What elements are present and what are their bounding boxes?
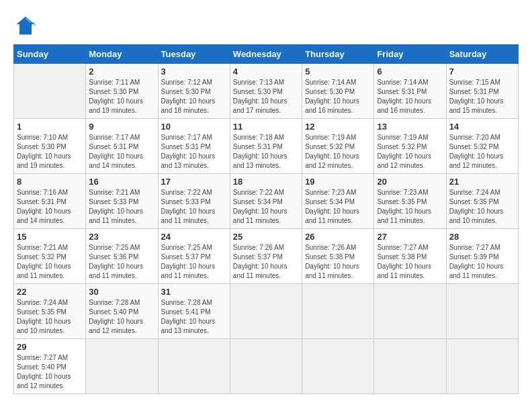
day-info: Sunrise: 7:22 AMSunset: 5:33 PMDaylight:… — [161, 189, 216, 224]
day-number: 15 — [17, 232, 83, 242]
logo-icon — [13, 13, 38, 38]
calendar-cell: 21 Sunrise: 7:24 AMSunset: 5:35 PMDaylig… — [446, 174, 518, 229]
calendar-cell: 4 Sunrise: 7:13 AMSunset: 5:30 PMDayligh… — [230, 64, 302, 119]
header — [13, 13, 519, 38]
day-info: Sunrise: 7:25 AMSunset: 5:37 PMDaylight:… — [161, 244, 216, 279]
calendar-cell — [374, 284, 446, 339]
calendar-week-row: 22 Sunrise: 7:24 AMSunset: 5:35 PMDaylig… — [14, 284, 519, 339]
day-info: Sunrise: 7:20 AMSunset: 5:32 PMDaylight:… — [449, 134, 504, 169]
calendar-cell: 27 Sunrise: 7:27 AMSunset: 5:38 PMDaylig… — [374, 229, 446, 284]
day-number: 13 — [377, 122, 443, 132]
day-number: 9 — [89, 122, 154, 132]
day-info: Sunrise: 7:21 AMSunset: 5:33 PMDaylight:… — [89, 189, 143, 224]
calendar-cell: 10 Sunrise: 7:17 AMSunset: 5:31 PMDaylig… — [158, 119, 230, 174]
calendar-table: SundayMondayTuesdayWednesdayThursdayFrid… — [13, 44, 519, 394]
day-info: Sunrise: 7:24 AMSunset: 5:35 PMDaylight:… — [17, 299, 71, 334]
calendar-cell: 20 Sunrise: 7:23 AMSunset: 5:35 PMDaylig… — [374, 174, 446, 229]
day-number: 12 — [305, 122, 371, 132]
calendar-cell: 9 Sunrise: 7:17 AMSunset: 5:31 PMDayligh… — [86, 119, 158, 174]
day-info: Sunrise: 7:14 AMSunset: 5:31 PMDaylight:… — [377, 79, 431, 114]
day-number: 6 — [377, 66, 443, 77]
day-number: 22 — [17, 287, 83, 297]
calendar-cell — [230, 284, 302, 339]
day-info: Sunrise: 7:13 AMSunset: 5:30 PMDaylight:… — [233, 79, 287, 114]
day-number: 14 — [449, 122, 515, 132]
calendar-cell: 18 Sunrise: 7:22 AMSunset: 5:34 PMDaylig… — [230, 174, 302, 229]
calendar-cell: 15 Sunrise: 7:21 AMSunset: 5:32 PMDaylig… — [14, 229, 86, 284]
day-number: 24 — [161, 232, 227, 242]
day-number: 23 — [89, 232, 154, 242]
day-info: Sunrise: 7:26 AMSunset: 5:38 PMDaylight:… — [305, 244, 359, 279]
calendar-cell: 13 Sunrise: 7:19 AMSunset: 5:32 PMDaylig… — [374, 119, 446, 174]
day-info: Sunrise: 7:21 AMSunset: 5:32 PMDaylight:… — [17, 244, 71, 279]
calendar-cell: 16 Sunrise: 7:21 AMSunset: 5:33 PMDaylig… — [86, 174, 158, 229]
day-number: 7 — [449, 66, 515, 77]
day-number: 20 — [377, 177, 443, 187]
day-info: Sunrise: 7:25 AMSunset: 5:36 PMDaylight:… — [89, 244, 143, 279]
calendar-cell — [446, 339, 518, 394]
day-info: Sunrise: 7:23 AMSunset: 5:35 PMDaylight:… — [377, 189, 431, 224]
day-number: 2 — [89, 66, 154, 77]
calendar-header-row: SundayMondayTuesdayWednesdayThursdayFrid… — [14, 45, 519, 64]
calendar-cell: 22 Sunrise: 7:24 AMSunset: 5:35 PMDaylig… — [14, 284, 86, 339]
calendar-cell: 31 Sunrise: 7:28 AMSunset: 5:41 PMDaylig… — [158, 284, 230, 339]
day-number: 10 — [161, 122, 227, 132]
calendar-cell: 25 Sunrise: 7:26 AMSunset: 5:37 PMDaylig… — [230, 229, 302, 284]
calendar-cell: 12 Sunrise: 7:19 AMSunset: 5:32 PMDaylig… — [302, 119, 374, 174]
day-info: Sunrise: 7:19 AMSunset: 5:32 PMDaylight:… — [305, 134, 359, 169]
calendar-cell: 29 Sunrise: 7:27 AMSunset: 5:40 PMDaylig… — [14, 339, 86, 394]
calendar-week-row: 29 Sunrise: 7:27 AMSunset: 5:40 PMDaylig… — [14, 339, 519, 394]
day-number: 26 — [305, 232, 371, 242]
day-number: 21 — [449, 177, 515, 187]
calendar-cell: 19 Sunrise: 7:23 AMSunset: 5:34 PMDaylig… — [302, 174, 374, 229]
calendar-cell: 1 Sunrise: 7:10 AMSunset: 5:30 PMDayligh… — [14, 119, 86, 174]
day-of-week-header: Thursday — [302, 45, 374, 64]
day-of-week-header: Sunday — [14, 45, 86, 64]
day-info: Sunrise: 7:17 AMSunset: 5:31 PMDaylight:… — [89, 134, 143, 169]
calendar-cell: 11 Sunrise: 7:18 AMSunset: 5:31 PMDaylig… — [230, 119, 302, 174]
calendar-cell: 30 Sunrise: 7:28 AMSunset: 5:40 PMDaylig… — [86, 284, 158, 339]
day-info: Sunrise: 7:14 AMSunset: 5:30 PMDaylight:… — [305, 79, 359, 114]
day-of-week-header: Monday — [86, 45, 158, 64]
day-number: 18 — [233, 177, 299, 187]
day-number: 25 — [233, 232, 299, 242]
day-number: 11 — [233, 122, 299, 132]
day-number: 3 — [161, 66, 227, 77]
day-info: Sunrise: 7:27 AMSunset: 5:39 PMDaylight:… — [449, 244, 504, 279]
day-info: Sunrise: 7:22 AMSunset: 5:34 PMDaylight:… — [233, 189, 287, 224]
day-number: 19 — [305, 177, 371, 187]
calendar-cell — [230, 339, 302, 394]
calendar-cell — [302, 339, 374, 394]
day-info: Sunrise: 7:10 AMSunset: 5:30 PMDaylight:… — [17, 134, 71, 169]
day-of-week-header: Saturday — [446, 45, 518, 64]
day-info: Sunrise: 7:27 AMSunset: 5:40 PMDaylight:… — [17, 354, 71, 390]
day-number: 5 — [305, 66, 371, 77]
calendar-cell — [14, 64, 86, 119]
calendar-cell: 8 Sunrise: 7:16 AMSunset: 5:31 PMDayligh… — [14, 174, 86, 229]
day-info: Sunrise: 7:18 AMSunset: 5:31 PMDaylight:… — [233, 134, 287, 169]
day-info: Sunrise: 7:19 AMSunset: 5:32 PMDaylight:… — [377, 134, 431, 169]
calendar-cell — [86, 339, 158, 394]
calendar-cell: 23 Sunrise: 7:25 AMSunset: 5:36 PMDaylig… — [86, 229, 158, 284]
day-info: Sunrise: 7:28 AMSunset: 5:40 PMDaylight:… — [89, 299, 143, 334]
day-info: Sunrise: 7:28 AMSunset: 5:41 PMDaylight:… — [161, 299, 216, 334]
day-of-week-header: Friday — [374, 45, 446, 64]
calendar-week-row: 1 Sunrise: 7:10 AMSunset: 5:30 PMDayligh… — [14, 119, 519, 174]
calendar-cell: 28 Sunrise: 7:27 AMSunset: 5:39 PMDaylig… — [446, 229, 518, 284]
day-number: 8 — [17, 177, 83, 187]
day-number: 27 — [377, 232, 443, 242]
day-number: 28 — [449, 232, 515, 242]
day-number: 30 — [89, 287, 154, 297]
calendar-week-row: 2 Sunrise: 7:11 AMSunset: 5:30 PMDayligh… — [14, 64, 519, 119]
calendar-cell: 6 Sunrise: 7:14 AMSunset: 5:31 PMDayligh… — [374, 64, 446, 119]
day-info: Sunrise: 7:11 AMSunset: 5:30 PMDaylight:… — [89, 79, 143, 114]
calendar-cell: 24 Sunrise: 7:25 AMSunset: 5:37 PMDaylig… — [158, 229, 230, 284]
calendar-cell: 17 Sunrise: 7:22 AMSunset: 5:33 PMDaylig… — [158, 174, 230, 229]
calendar-cell: 7 Sunrise: 7:15 AMSunset: 5:31 PMDayligh… — [446, 64, 518, 119]
day-info: Sunrise: 7:24 AMSunset: 5:35 PMDaylight:… — [449, 189, 504, 224]
calendar-cell — [302, 284, 374, 339]
calendar-week-row: 8 Sunrise: 7:16 AMSunset: 5:31 PMDayligh… — [14, 174, 519, 229]
day-number: 1 — [17, 122, 83, 132]
day-of-week-header: Wednesday — [230, 45, 302, 64]
logo — [13, 13, 42, 38]
